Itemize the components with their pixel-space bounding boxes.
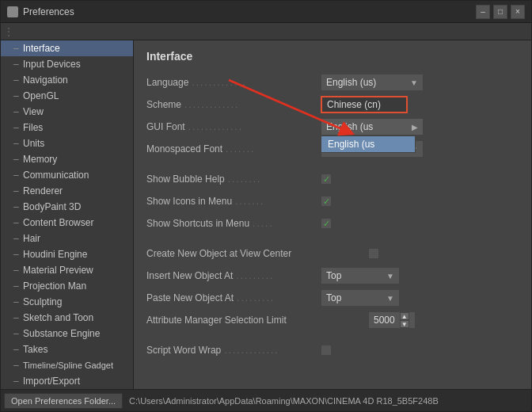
- sidebar-label-interface: Interface: [23, 43, 60, 54]
- scheme-control: Chinese (cn): [321, 96, 519, 113]
- sidebar-item-sketch-toon[interactable]: – Sketch and Toon: [1, 310, 133, 326]
- open-folder-button[interactable]: Open Preferences Folder...: [4, 393, 123, 409]
- icons-menu-checkbox[interactable]: [321, 196, 332, 207]
- dash-icon: –: [13, 201, 19, 212]
- sidebar-label: Renderer: [23, 185, 63, 196]
- sidebar-item-opengl[interactable]: – OpenGL: [1, 88, 133, 104]
- sidebar-label: Content Browser: [23, 217, 93, 228]
- scheme-dropdown[interactable]: Chinese (cn): [321, 96, 408, 113]
- bubble-help-label: Show Bubble Help ........: [146, 174, 321, 185]
- sidebar-item-communication[interactable]: – Communication: [1, 167, 133, 183]
- insert-object-dropdown[interactable]: Top ▼: [321, 267, 400, 284]
- attr-mgr-value: 5000: [374, 315, 395, 326]
- title-bar: Preferences – □ ×: [1, 1, 531, 23]
- sidebar-label: Material Preview: [23, 265, 93, 276]
- dash-icon: –: [13, 138, 19, 149]
- icons-menu-row: Show Icons in Menu .......: [146, 193, 519, 210]
- language-control: English (us) ▼: [321, 74, 519, 91]
- main-content: – Interface – Input Devices – Navigation…: [1, 40, 531, 389]
- sidebar: – Interface – Input Devices – Navigation…: [1, 40, 134, 389]
- attr-mgr-spinbox[interactable]: 5000 ▲ ▼: [368, 311, 416, 329]
- minimize-button[interactable]: –: [476, 5, 490, 19]
- script-wordwrap-checkbox[interactable]: [321, 345, 332, 356]
- dash-icon: –: [13, 312, 19, 323]
- insert-object-value: Top: [326, 270, 341, 281]
- dropdown-arrow-icon: ▶: [412, 123, 418, 132]
- maximize-button[interactable]: □: [493, 5, 507, 19]
- attr-mgr-row: Attribute Manager Selection Limit 5000 ▲…: [146, 311, 519, 329]
- sidebar-label: Substance Engine: [23, 328, 100, 339]
- sidebar-item-renderer[interactable]: – Renderer: [1, 183, 133, 199]
- dash-icon: –: [13, 59, 19, 70]
- preferences-window: Preferences – □ × ⋮ – Interface – Input …: [0, 0, 532, 412]
- sidebar-item-files[interactable]: – Files: [1, 120, 133, 135]
- sidebar-item-timeline[interactable]: – Timeline/Spline Gadget: [1, 357, 133, 373]
- sidebar-item-content-browser[interactable]: – Content Browser: [1, 215, 133, 231]
- sidebar-item-navigation[interactable]: – Navigation: [1, 72, 133, 88]
- sidebar-label: Timeline/Spline Gadget: [23, 360, 113, 370]
- sidebar-item-houdini[interactable]: – Houdini Engine: [1, 246, 133, 262]
- bubble-help-row: Show Bubble Help ........: [146, 170, 519, 188]
- dash-icon: –: [13, 74, 19, 86]
- content-area: Interface Language ............. English…: [134, 40, 531, 389]
- bubble-help-checkbox[interactable]: [321, 174, 332, 185]
- sidebar-label: Takes: [23, 344, 48, 355]
- attr-mgr-label: Attribute Manager Selection Limit: [146, 315, 368, 326]
- dash-icon: –: [13, 265, 19, 276]
- sidebar-label: Navigation: [23, 74, 68, 86]
- sidebar-item-units[interactable]: – Units: [1, 135, 133, 151]
- title-bar-controls: – □ ×: [476, 5, 525, 19]
- sidebar-label: Sculpting: [23, 296, 62, 307]
- sidebar-item-substance[interactable]: – Substance Engine: [1, 326, 133, 341]
- sidebar-item-projection-man[interactable]: – Projection Man: [1, 278, 133, 294]
- shortcuts-menu-control: [321, 218, 519, 229]
- scheme-label: Scheme .............: [146, 99, 321, 110]
- paste-object-control: Top ▼: [321, 289, 519, 307]
- sidebar-label: Hair: [23, 233, 40, 244]
- content-title: Interface: [146, 50, 519, 63]
- toolbar-divider: ⋮: [4, 26, 13, 37]
- sidebar-label: OpenGL: [23, 90, 59, 101]
- dash-icon: –: [13, 106, 19, 117]
- icons-menu-label: Show Icons in Menu .......: [146, 196, 321, 207]
- dash-icon: –: [13, 328, 19, 339]
- sidebar-item-sculpting[interactable]: – Sculpting: [1, 294, 133, 310]
- monospaced-font-label: Monospaced Font .......: [146, 143, 321, 154]
- create-object-checkbox[interactable]: [368, 248, 379, 259]
- spinbox-up-btn[interactable]: ▲: [400, 312, 409, 320]
- language-row: Language ............. English (us) ▼: [146, 74, 519, 91]
- sidebar-item-interface[interactable]: – Interface: [1, 40, 133, 56]
- sidebar-label: Projection Man: [23, 280, 86, 292]
- gui-font-popup: English (us: [321, 135, 416, 153]
- scheme-value: Chinese (cn): [327, 99, 381, 110]
- window-icon: [7, 6, 18, 17]
- sidebar-item-memory[interactable]: – Memory: [1, 151, 133, 167]
- scheme-row: Scheme ............. Chinese (cn): [146, 96, 519, 113]
- insert-object-row: Insert New Object At ......... Top ▼: [146, 267, 519, 284]
- sidebar-item-takes[interactable]: – Takes: [1, 341, 133, 357]
- sidebar-item-import-export[interactable]: – Import/Export: [1, 373, 133, 389]
- create-object-control: [368, 248, 519, 259]
- gui-font-popup-item[interactable]: English (us: [321, 136, 415, 152]
- dash-icon: –: [13, 122, 19, 133]
- sidebar-label: Units: [23, 138, 44, 149]
- shortcuts-menu-label: Show Shortcuts in Menu .....: [146, 218, 321, 229]
- dash-icon: –: [13, 43, 19, 54]
- sidebar-item-view[interactable]: – View: [1, 104, 133, 120]
- sidebar-label: Communication: [23, 170, 89, 181]
- sidebar-item-input-devices[interactable]: – Input Devices: [1, 56, 133, 72]
- shortcuts-menu-checkbox[interactable]: [321, 218, 332, 229]
- spinbox-down-btn[interactable]: ▼: [400, 320, 409, 328]
- sidebar-item-bodypaint[interactable]: – BodyPaint 3D: [1, 199, 133, 215]
- sidebar-item-material-preview[interactable]: – Material Preview: [1, 262, 133, 278]
- sidebar-label: Files: [23, 122, 43, 133]
- gui-font-value: English (us: [326, 121, 373, 132]
- paste-object-dropdown[interactable]: Top ▼: [321, 289, 400, 307]
- gui-font-dropdown[interactable]: English (us ▶: [321, 118, 424, 135]
- script-wordwrap-control: [321, 345, 519, 356]
- sidebar-label: View: [23, 106, 44, 117]
- close-button[interactable]: ×: [511, 5, 525, 19]
- gui-font-label: GUI Font .............: [146, 121, 321, 132]
- sidebar-item-hair[interactable]: – Hair: [1, 231, 133, 246]
- language-dropdown[interactable]: English (us) ▼: [321, 74, 424, 91]
